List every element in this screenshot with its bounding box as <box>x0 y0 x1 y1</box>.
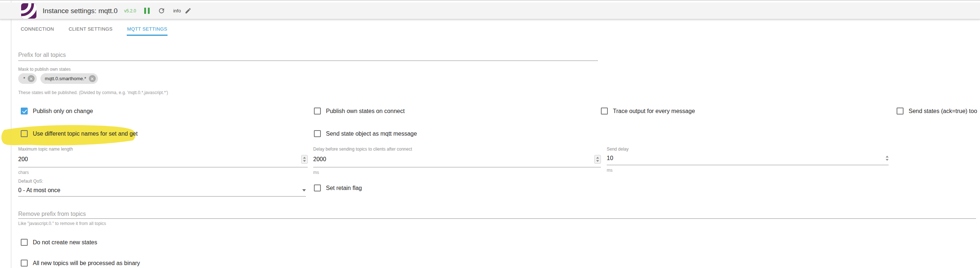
selected-value: 0 - At most once <box>18 187 60 194</box>
checkbox-box[interactable] <box>21 130 28 137</box>
unit-label: chars <box>18 170 308 175</box>
spinner-up-icon[interactable] <box>303 157 306 159</box>
number-spinner[interactable] <box>594 155 601 164</box>
field-label: Default QoS: <box>18 179 306 184</box>
unit-label: ms <box>313 170 601 175</box>
window-top-edge <box>0 0 980 1</box>
send-interval-field: Delay before sending topics to clients a… <box>313 147 601 175</box>
checkbox-use-different-topic-names[interactable]: Use different topic names for set and ge… <box>21 130 138 137</box>
tab-bar: CONNECTION CLIENT SETTINGS MQTT SETTINGS <box>21 19 167 36</box>
tab-connection[interactable]: CONNECTION <box>21 19 54 36</box>
remove-prefix-input[interactable] <box>18 211 976 219</box>
chip[interactable]: * × <box>18 73 37 84</box>
spinner-down-icon[interactable] <box>303 160 306 162</box>
checkbox-label: Send states (ack=true) too <box>908 108 977 115</box>
prefix-input[interactable] <box>18 52 598 61</box>
field-label: Send delay <box>607 147 889 152</box>
checkbox-label: Send state object as mqtt message <box>326 131 417 137</box>
checkbox-publish-own-states-on-connect[interactable]: Publish own states on connect <box>314 108 405 115</box>
dropdown-caret-icon <box>302 189 306 191</box>
max-topic-length-field: Maximum topic name length chars <box>18 147 308 175</box>
chip-delete-icon[interactable]: × <box>28 75 35 82</box>
pause-icon[interactable] <box>144 8 150 14</box>
info-link[interactable]: info <box>173 8 181 13</box>
checkbox-label: Publish only on change <box>33 108 93 115</box>
default-qos-field: Default QoS: 0 - At most once <box>18 179 306 196</box>
spinner-down-icon[interactable] <box>596 160 599 162</box>
chip-delete-icon[interactable]: × <box>89 75 96 82</box>
checkbox-box[interactable] <box>21 260 28 266</box>
spinner-up-icon[interactable] <box>886 156 889 158</box>
checkbox-box[interactable] <box>314 130 321 137</box>
page-title: Instance settings: mqtt.0 <box>43 7 118 15</box>
checkbox-box[interactable] <box>897 108 904 115</box>
checkbox-label: Trace output for every message <box>613 108 695 115</box>
checkbox-trace-output[interactable]: Trace output for every message <box>601 108 695 115</box>
number-spinner[interactable] <box>886 156 889 161</box>
remove-prefix-field: Like "javascript.0." to remove it from a… <box>18 211 976 226</box>
tab-client-settings[interactable]: CLIENT SETTINGS <box>68 19 113 36</box>
spinner-up-icon[interactable] <box>596 157 599 159</box>
instance-settings-page: Instance settings: mqtt.0 v5.2.0 info CO… <box>0 0 980 268</box>
checkbox-publish-only-on-change[interactable]: Publish only on change <box>21 108 93 115</box>
mask-helper-text: These states will be published. (Divided… <box>18 90 168 95</box>
checkbox-box[interactable] <box>21 108 28 115</box>
checkbox-label: Publish own states on connect <box>326 108 405 115</box>
send-delay-input[interactable] <box>607 155 886 161</box>
spinner-down-icon[interactable] <box>886 159 889 161</box>
send-interval-input[interactable] <box>313 156 594 163</box>
field-label: Delay before sending topics to clients a… <box>313 147 601 152</box>
checkbox-label: Set retain flag <box>326 185 362 191</box>
max-topic-length-input[interactable] <box>18 156 301 163</box>
refresh-icon[interactable] <box>158 7 165 14</box>
edit-pencil-icon[interactable] <box>185 7 192 14</box>
checkbox-box[interactable] <box>21 239 28 246</box>
chip[interactable]: mqtt.0.smarthome.* × <box>40 73 98 84</box>
default-qos-select[interactable]: 0 - At most once <box>18 187 306 196</box>
chip-label: mqtt.0.smarthome.* <box>45 76 86 81</box>
number-spinner[interactable] <box>301 155 308 164</box>
mask-label: Mask to publish own states <box>18 67 71 72</box>
mqtt-adapter-icon <box>21 3 37 19</box>
checkbox-box[interactable] <box>601 108 608 115</box>
chip-label: * <box>23 76 25 81</box>
checkbox-label: Do not create new states <box>33 239 97 246</box>
version-badge: v5.2.0 <box>124 8 136 13</box>
checkbox-do-not-create-new-states[interactable]: Do not create new states <box>21 239 97 246</box>
checkbox-label: Use different topic names for set and ge… <box>33 131 138 137</box>
checkbox-all-new-topics-binary[interactable]: All new topics will be processed as bina… <box>21 260 140 266</box>
tab-mqtt-settings[interactable]: MQTT SETTINGS <box>127 19 167 36</box>
checkbox-send-states-ack[interactable]: Send states (ack=true) too <box>897 108 977 115</box>
checkbox-label: All new topics will be processed as bina… <box>33 260 140 266</box>
checkbox-send-state-object[interactable]: Send state object as mqtt message <box>314 130 417 137</box>
checkbox-box[interactable] <box>314 185 321 191</box>
checkbox-set-retain-flag[interactable]: Set retain flag <box>314 185 362 191</box>
remove-prefix-helper: Like "javascript.0." to remove it from a… <box>18 221 976 226</box>
mask-chips: * × mqtt.0.smarthome.* × <box>18 73 98 84</box>
header-bar: Instance settings: mqtt.0 v5.2.0 info <box>0 3 980 19</box>
checkbox-box[interactable] <box>314 108 321 115</box>
send-delay-field: Send delay ms <box>607 147 889 173</box>
unit-label: ms <box>607 168 889 173</box>
